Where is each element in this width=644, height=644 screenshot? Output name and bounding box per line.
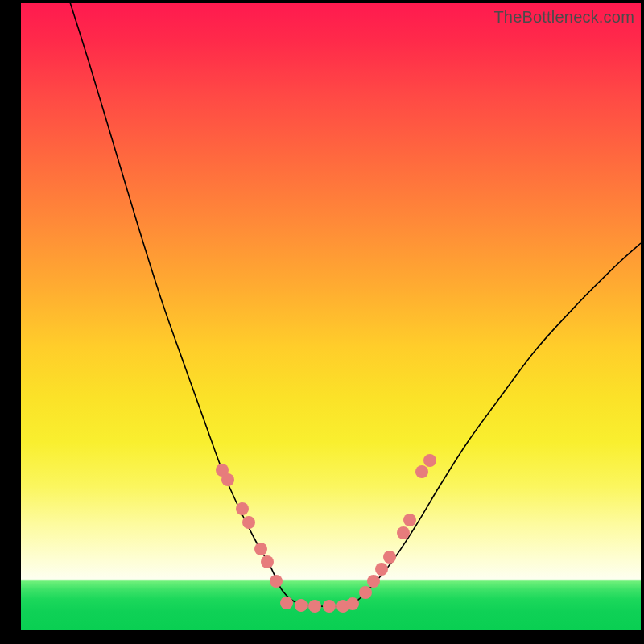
curve-marker	[367, 575, 380, 588]
curve-marker	[221, 473, 234, 486]
curve-marker	[423, 454, 436, 467]
curve-marker	[383, 551, 396, 564]
curve-marker	[397, 526, 410, 539]
curve-marker	[359, 586, 372, 599]
chart-svg	[21, 3, 641, 630]
chart-frame: TheBottleneck.com	[0, 0, 644, 644]
curve-markers	[216, 454, 436, 613]
curve-marker	[242, 516, 255, 529]
curve-marker	[270, 575, 283, 588]
curve-marker	[375, 563, 388, 576]
curve-marker	[295, 599, 308, 612]
curve-marker	[323, 600, 336, 613]
curve-marker	[308, 600, 321, 613]
curve-marker	[403, 514, 416, 526]
curve-marker	[346, 597, 359, 610]
curve-marker	[280, 597, 293, 609]
curve-marker	[236, 502, 249, 515]
curve-marker	[254, 543, 267, 555]
curve-marker	[261, 555, 274, 568]
curve-marker	[415, 465, 428, 478]
plot-area: TheBottleneck.com	[21, 3, 641, 630]
bottleneck-curve	[65, 0, 641, 607]
